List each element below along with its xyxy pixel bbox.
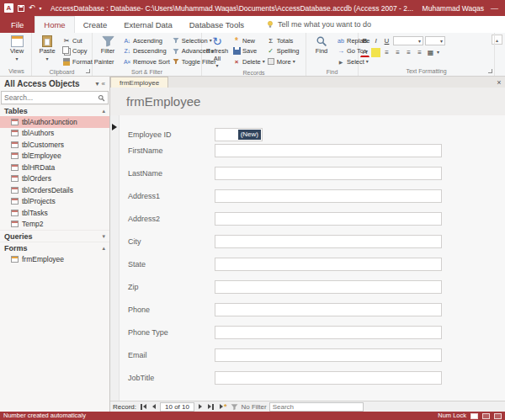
layout-view-button[interactable]	[482, 413, 490, 419]
filter-status-icon[interactable]	[231, 403, 238, 411]
last-record-button[interactable]	[206, 404, 215, 410]
paste-button[interactable]: Paste ▾	[34, 34, 61, 61]
italic-button[interactable]: I	[371, 36, 380, 45]
align-right-button[interactable]: ≡	[404, 48, 413, 57]
lastname-input[interactable]	[215, 167, 442, 180]
nav-item-tblCustomers[interactable]: tblCustomers	[0, 139, 109, 151]
first-record-button[interactable]	[139, 404, 148, 410]
nav-item-tblOrdersDetails[interactable]: tblOrdersDetails	[0, 184, 109, 196]
nav-item-tblOrders[interactable]: tblOrders	[0, 173, 109, 185]
document-tab-frmEmployee[interactable]: frmEmployee	[110, 77, 168, 88]
filter-status-label[interactable]: No Filter	[241, 403, 266, 411]
section-queries[interactable]: Queries ▾	[0, 230, 109, 242]
table-icon	[11, 198, 19, 205]
dialog-launcher-icon[interactable]	[86, 69, 90, 73]
section-forms[interactable]: Forms ▴	[0, 242, 109, 253]
employee-id-input[interactable]: (New)	[215, 128, 263, 141]
firstname-input[interactable]	[215, 144, 442, 157]
field-row-address1: Address1	[110, 189, 505, 203]
tell-me-box[interactable]: Tell me what you want to do	[252, 16, 371, 33]
new-record-ribbon-button[interactable]: * New	[232, 35, 265, 46]
dialog-launcher-icon[interactable]	[488, 69, 492, 73]
nav-item-tblProjects[interactable]: tblProjects	[0, 196, 109, 208]
underline-button[interactable]: U	[382, 36, 391, 45]
delete-record-button[interactable]: × Delete ▾	[232, 56, 265, 67]
find-group-label: Find	[308, 67, 356, 77]
address2-input[interactable]	[215, 212, 442, 226]
more-button[interactable]: More ▾	[267, 56, 300, 67]
title-bar: A ↶ ▾ AccessDatabase : Database- C:\User…	[0, 0, 505, 16]
form-view-button[interactable]	[470, 413, 478, 419]
totals-button[interactable]: Σ Totals	[267, 35, 300, 46]
phone-input[interactable]	[215, 303, 442, 316]
spelling-button[interactable]: ✓ Spelling	[267, 46, 300, 57]
tab-home[interactable]: Home	[35, 16, 74, 33]
navpane-menu-chevron-icon[interactable]: ▾	[96, 80, 99, 88]
tab-external-data[interactable]: External Data	[115, 16, 181, 33]
filter-button[interactable]: Filter	[94, 34, 121, 56]
shutter-close-icon[interactable]: «	[102, 80, 105, 88]
minimize-icon[interactable]: —	[488, 4, 501, 13]
view-button[interactable]: View ▾	[3, 34, 30, 61]
find-button[interactable]: Find	[308, 34, 335, 56]
address1-input[interactable]	[215, 189, 442, 203]
save-record-button[interactable]: Save	[232, 46, 265, 57]
access-app-icon[interactable]: A	[4, 3, 13, 13]
refresh-all-button[interactable]: ↻ Refresh All ▾	[204, 34, 231, 68]
align-center-button[interactable]: ≡	[393, 48, 402, 57]
nav-item-tblHRData[interactable]: tblHRData	[0, 162, 109, 173]
city-input[interactable]	[215, 235, 442, 248]
state-input[interactable]	[215, 258, 442, 271]
jobtitle-input[interactable]	[215, 371, 442, 385]
nav-item-Temp2[interactable]: Temp2	[0, 219, 109, 231]
undo-icon[interactable]: ↶	[29, 4, 35, 12]
highlight-color-button[interactable]	[371, 48, 380, 57]
nav-item-tblEmployee[interactable]: tblEmployee	[0, 151, 109, 162]
table-icon	[11, 141, 19, 148]
design-view-button[interactable]	[494, 413, 502, 419]
record-search-input[interactable]	[269, 402, 364, 412]
navpane-search-input[interactable]	[4, 93, 98, 102]
chevron-down-icon: ▾	[437, 50, 439, 55]
descending-button[interactable]: Z↓ Descending	[123, 46, 170, 57]
font-size-select[interactable]: ▾	[425, 36, 445, 45]
ascending-label: Ascending	[133, 37, 162, 45]
tab-database-tools[interactable]: Database Tools	[181, 16, 252, 33]
quick-access-chevron-icon[interactable]: ▾	[40, 5, 42, 11]
gridlines-button[interactable]: ▦	[426, 48, 435, 57]
bold-button[interactable]: B	[360, 36, 369, 45]
font-color-button[interactable]: A	[360, 47, 369, 57]
account-name[interactable]: Muhammad Waqas	[423, 4, 484, 13]
remove-sort-button[interactable]: A× Remove Sort	[123, 56, 170, 67]
form-header: frmEmployee	[110, 88, 505, 115]
section-tables[interactable]: Tables ▴	[0, 104, 109, 116]
close-document-icon[interactable]: ×	[493, 77, 505, 88]
quick-save-icon[interactable]	[18, 5, 24, 12]
field-row-lastname: LastName	[110, 167, 505, 180]
field-label: LastName	[128, 167, 162, 180]
new-blank-record-button[interactable]: *	[218, 404, 229, 410]
align-left-button[interactable]: ≡	[382, 48, 391, 57]
ascending-button[interactable]: A↓ Ascending	[123, 35, 170, 46]
table-icon	[11, 130, 19, 136]
field-label: Address1	[128, 189, 160, 203]
status-bar: Number created automaticaly Num Lock	[0, 412, 505, 420]
zip-input[interactable]	[215, 280, 442, 294]
nav-item-tblAuthorJunction[interactable]: tblAuthorJunction	[0, 116, 109, 128]
new-record-value: (New)	[238, 130, 261, 140]
navigation-pane-header[interactable]: All Access Objects ▾ «	[0, 77, 109, 91]
next-record-button[interactable]	[197, 404, 204, 409]
nav-item-frmEmployee[interactable]: frmEmployee	[0, 253, 109, 265]
record-position-box[interactable]: 10 of 10	[160, 402, 194, 412]
tab-create[interactable]: Create	[75, 16, 116, 33]
phone-type-input[interactable]	[215, 326, 442, 339]
field-label: Email	[128, 348, 147, 362]
nav-item-tblAuthors[interactable]: tblAuthors	[0, 128, 109, 140]
previous-record-button[interactable]	[151, 404, 157, 409]
font-name-select[interactable]: ▾	[393, 36, 423, 45]
tab-file[interactable]: File	[0, 16, 35, 33]
bullets-button[interactable]: ≡	[415, 48, 424, 57]
nav-item-tblTasks[interactable]: tblTasks	[0, 207, 109, 219]
email-input[interactable]	[215, 348, 442, 362]
find-icon	[316, 35, 327, 47]
